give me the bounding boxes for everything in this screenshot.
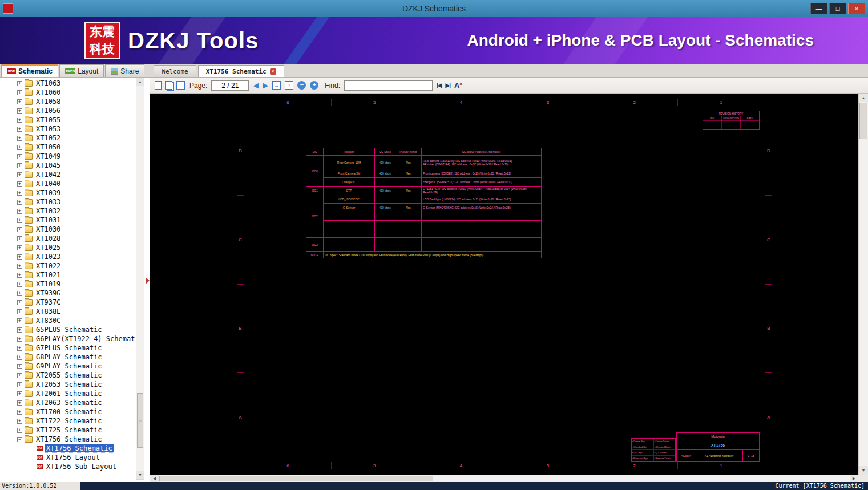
horizontal-scrollbar[interactable]: ◀ ▶ <box>150 475 858 482</box>
tree-item-folder[interactable]: +XT937C <box>0 298 135 307</box>
fit-width-icon[interactable]: ↔ <box>272 81 281 90</box>
tree-item-folder[interactable]: +XT2055 Schematic <box>0 371 135 380</box>
next-page-icon[interactable]: ▶ <box>263 82 268 89</box>
tree-item-folder[interactable]: +G7PLUS Schematic <box>0 343 135 353</box>
tree-item-folder[interactable]: +XT1060 <box>0 88 135 97</box>
tree-item-folder[interactable]: +XT2053 Schematic <box>0 380 135 389</box>
expand-icon[interactable]: + <box>17 254 22 260</box>
expand-icon[interactable]: + <box>17 300 22 305</box>
find-input[interactable] <box>344 80 433 91</box>
tree-item-folder[interactable]: +G6PLAY(XT1922-4) Schematic <box>0 334 135 343</box>
tree-item-folder[interactable]: +XT1040 <box>0 179 135 188</box>
tree-item-folder[interactable]: +XT1063 <box>0 79 135 88</box>
tab-schematic[interactable]: PDF Schematic <box>1 64 58 77</box>
expand-icon[interactable]: + <box>17 419 22 424</box>
expand-icon[interactable]: + <box>17 364 22 369</box>
expand-icon[interactable]: + <box>17 264 22 269</box>
zoom-out-icon[interactable]: − <box>297 81 306 90</box>
expand-icon[interactable]: + <box>17 355 22 360</box>
expand-icon[interactable]: + <box>17 209 22 214</box>
scrollbar-thumb[interactable] <box>159 476 433 481</box>
expand-icon[interactable]: + <box>17 90 22 95</box>
tree-item-folder[interactable]: +XT1055 <box>0 115 135 124</box>
scroll-up-icon[interactable]: ▲ <box>136 78 144 86</box>
expand-icon[interactable]: + <box>17 245 22 250</box>
expand-icon[interactable]: + <box>17 172 22 177</box>
expand-icon[interactable]: + <box>17 346 22 351</box>
minimize-icon[interactable]: — <box>810 3 827 14</box>
expand-icon[interactable]: + <box>17 410 22 415</box>
tree-item-folder[interactable]: +XT1021 <box>0 270 135 280</box>
tree-item-folder[interactable]: +XT1031 <box>0 216 135 225</box>
tree-item-folder[interactable]: +XT1045 <box>0 161 135 170</box>
expand-icon[interactable]: + <box>17 282 22 287</box>
expand-icon[interactable]: + <box>17 99 22 104</box>
fit-page-icon[interactable]: ↕ <box>285 81 293 90</box>
expand-icon[interactable]: + <box>17 218 22 223</box>
tree-item-folder[interactable]: +XT830C <box>0 316 135 325</box>
tree-item-folder[interactable]: +XT2061 Schematic <box>0 389 135 398</box>
tree-item-folder[interactable]: +XT1019 <box>0 280 135 289</box>
tree-item-folder[interactable]: +XT1033 <box>0 197 135 206</box>
tree-item-document[interactable]: PDFXT1756 Schematic <box>0 444 135 453</box>
scroll-right-icon[interactable]: ▶ <box>850 475 858 482</box>
tree-item-folder[interactable]: +XT1053 <box>0 124 135 133</box>
close-icon[interactable]: × <box>848 3 865 14</box>
tree-item-folder[interactable]: +XT1052 <box>0 133 135 143</box>
scrollbar-thumb[interactable]: ≡ <box>137 393 143 448</box>
expand-icon[interactable]: + <box>17 163 22 168</box>
close-tab-icon[interactable]: × <box>270 68 276 75</box>
vertical-scrollbar[interactable]: ▲ ▼ <box>858 94 868 475</box>
tree-item-folder[interactable]: +XT1023 <box>0 252 135 261</box>
tree-item-folder[interactable]: +XT1032 <box>0 206 135 216</box>
tree-item-folder[interactable]: +XT1049 <box>0 152 135 161</box>
tree-item-folder[interactable]: −XT1756 Schematic <box>0 435 135 444</box>
expand-icon[interactable]: + <box>17 337 22 342</box>
maximize-icon[interactable]: □ <box>829 3 846 14</box>
expand-icon[interactable]: + <box>17 200 22 205</box>
scroll-up-icon[interactable]: ▲ <box>859 94 868 102</box>
expand-icon[interactable]: + <box>17 309 22 314</box>
expand-icon[interactable]: + <box>17 154 22 159</box>
tree-item-folder[interactable]: +XT1725 Schematic <box>0 426 135 435</box>
tree-item-document[interactable]: PDFXT1756 Sub Layout <box>0 462 135 471</box>
scroll-down-icon[interactable]: ▼ <box>136 471 144 479</box>
expand-icon[interactable]: + <box>17 391 22 396</box>
expand-icon[interactable]: + <box>17 373 22 378</box>
zoom-in-icon[interactable]: + <box>310 81 318 90</box>
sidebar-scrollbar[interactable]: ▲ ≡ ▼ <box>136 78 144 480</box>
expand-icon[interactable]: + <box>17 291 22 296</box>
scrollbar-thumb[interactable] <box>859 103 867 139</box>
tree-item-folder[interactable]: +XT1030 <box>0 225 135 234</box>
expand-icon[interactable]: + <box>17 382 22 387</box>
tree-item-folder[interactable]: +G9PLAY Schematic <box>0 362 135 371</box>
tree-item-folder[interactable]: +XT1039 <box>0 188 135 197</box>
tree-item-folder[interactable]: +XT1722 Schematic <box>0 416 135 426</box>
tree-item-folder[interactable]: +XT1056 <box>0 106 135 115</box>
expand-icon[interactable]: + <box>17 127 22 132</box>
continuous-pages-icon[interactable] <box>176 81 183 90</box>
expand-icon[interactable]: + <box>17 191 22 196</box>
schematic-viewer[interactable]: 654321 654321 DCBA DCBA I2CFunctionI2C S… <box>150 94 858 475</box>
expand-icon[interactable]: + <box>17 273 22 278</box>
doc-tab-xt1756-schematic[interactable]: XT1756 Schematic × <box>198 65 284 77</box>
expand-icon[interactable]: + <box>17 118 22 123</box>
expand-icon[interactable]: + <box>17 327 22 333</box>
splitter-collapse-icon[interactable] <box>146 277 150 284</box>
expand-icon[interactable]: + <box>17 227 22 232</box>
tree-item-folder[interactable]: +XT939G <box>0 289 135 298</box>
tree-item-folder[interactable]: +XT1028 <box>0 234 135 243</box>
page-input[interactable] <box>211 80 249 91</box>
expand-icon[interactable]: + <box>17 136 22 141</box>
expand-icon[interactable]: + <box>17 181 22 187</box>
tree-item-folder[interactable]: +XT1025 <box>0 243 135 252</box>
expand-icon[interactable]: + <box>17 236 22 241</box>
tree-item-folder[interactable]: +XT838L <box>0 307 135 316</box>
collapse-icon[interactable]: − <box>17 437 22 442</box>
expand-icon[interactable]: + <box>17 428 22 433</box>
font-size-icon[interactable]: Aa <box>454 81 462 90</box>
tab-layout[interactable]: PADS Layout <box>59 64 104 77</box>
tree-item-folder[interactable]: +XT1058 <box>0 97 135 106</box>
tree-item-document[interactable]: PDFXT1756 Layout <box>0 453 135 462</box>
tree-item-folder[interactable]: +G8PLAY Schematic <box>0 353 135 362</box>
